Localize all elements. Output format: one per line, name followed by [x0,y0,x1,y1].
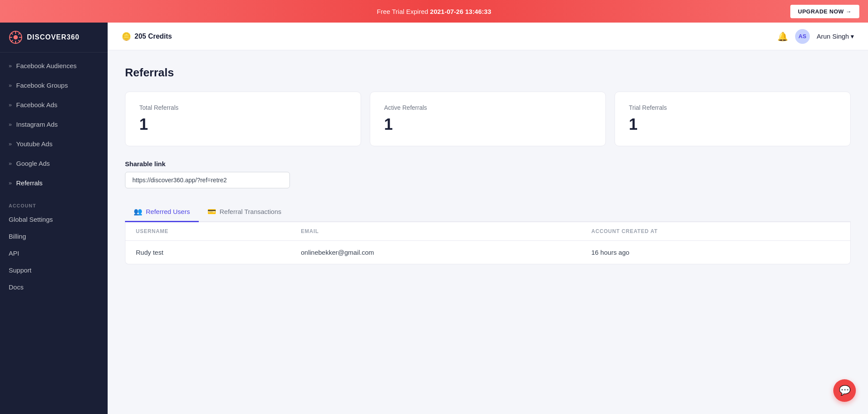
chevron-icon: » [9,82,12,89]
sidebar-item-label: Youtube Ads [16,140,53,148]
stat-card-trial: Trial Referrals 1 [615,92,851,146]
page-title: Referrals [125,66,851,79]
sidebar-item-api[interactable]: API [0,245,108,262]
sharable-label: Sharable link [125,160,851,168]
page-content: Referrals Total Referrals 1 Active Refer… [108,50,868,280]
stat-label-active: Active Referrals [384,104,592,111]
sub-header: 🪙 205 Credits 🔔 AS Arun Singh ▾ [108,23,868,50]
chevron-icon: » [9,62,12,69]
col-header-username: USERNAME [125,222,290,241]
sidebar-logo: DISCOVER360 [0,23,108,53]
bell-icon[interactable]: 🔔 [777,31,788,42]
sidebar-account-label: Support [9,266,32,274]
user-name-button[interactable]: Arun Singh ▾ [817,33,854,40]
sidebar-item-facebook-audiences[interactable]: » Facebook Audiences [0,56,108,76]
sidebar-item-label: Facebook Ads [16,101,57,108]
stat-value-total: 1 [139,115,347,134]
referrals-table: USERNAME EMAIL ACCOUNT CREATED AT Rudy t… [125,222,850,264]
sidebar-item-label: Google Ads [16,160,50,167]
stat-card-total: Total Referrals 1 [125,92,361,146]
header-right: 🔔 AS Arun Singh ▾ [777,29,854,44]
svg-point-1 [13,35,18,39]
table-row: Rudy test onlinebekker@gmail.com 16 hour… [125,241,850,264]
transactions-icon: 💳 [207,207,216,216]
sidebar-account-label: Global Settings [9,216,53,223]
sidebar-account-label: Docs [9,283,23,291]
chevron-icon: » [9,121,12,128]
col-header-created: ACCOUNT CREATED AT [581,222,850,241]
svg-line-9 [11,40,13,42]
sidebar-item-global-settings[interactable]: Global Settings [0,211,108,228]
chevron-icon: » [9,180,12,186]
tab-label: Referred Users [146,208,190,215]
sidebar-item-billing[interactable]: Billing [0,228,108,245]
sidebar: DISCOVER360 » Facebook Audiences » Faceb… [0,23,108,414]
tabs-row: 👥 Referred Users 💳 Referral Transactions [125,202,851,222]
banner-datetime: 2021-07-26 13:46:33 [430,8,491,15]
stats-row: Total Referrals 1 Active Referrals 1 Tri… [125,92,851,146]
sidebar-item-youtube-ads[interactable]: » Youtube Ads [0,134,108,154]
upgrade-button[interactable]: UPGRADE NOW → [790,5,860,18]
svg-line-8 [19,33,20,35]
main-content: 🪙 205 Credits 🔔 AS Arun Singh ▾ Referral… [108,23,868,414]
chat-button[interactable]: 💬 [833,379,856,402]
credits-label: 205 Credits [135,33,172,40]
stat-value-trial: 1 [629,115,836,134]
tab-referred-users[interactable]: 👥 Referred Users [125,202,199,222]
svg-line-7 [19,40,20,42]
chevron-down-icon: ▾ [851,33,854,40]
sidebar-item-label: Instagram Ads [16,121,58,128]
chat-icon: 💬 [839,385,851,396]
top-banner: Free Trial Expired 2021-07-26 13:46:33 U… [0,0,868,23]
sidebar-nav: » Facebook Audiences » Facebook Groups »… [0,53,108,196]
stat-value-active: 1 [384,115,592,134]
chevron-icon: » [9,160,12,167]
sidebar-account-label: Billing [9,233,26,240]
sidebar-item-label: Facebook Groups [16,82,68,89]
col-header-email: EMAIL [290,222,581,241]
sharable-section: Sharable link [125,160,851,188]
stat-card-active: Active Referrals 1 [370,92,606,146]
cell-created-at: 16 hours ago [581,241,850,264]
sidebar-item-google-ads[interactable]: » Google Ads [0,154,108,173]
chevron-icon: » [9,141,12,147]
tab-referral-transactions[interactable]: 💳 Referral Transactions [199,202,290,222]
stat-label-trial: Trial Referrals [629,104,836,111]
sidebar-item-instagram-ads[interactable]: » Instagram Ads [0,115,108,134]
sidebar-item-facebook-ads[interactable]: » Facebook Ads [0,95,108,115]
logo-text: DISCOVER360 [27,33,79,41]
app-body: DISCOVER360 » Facebook Audiences » Faceb… [0,23,868,414]
cell-username: Rudy test [125,241,290,264]
tab-label: Referral Transactions [220,208,282,215]
svg-line-6 [11,33,13,35]
users-icon: 👥 [134,207,142,216]
stat-label-total: Total Referrals [139,104,347,111]
credits-area: 🪙 205 Credits [122,32,172,41]
sidebar-item-label: Referrals [16,179,43,187]
table-container: USERNAME EMAIL ACCOUNT CREATED AT Rudy t… [125,222,851,264]
credits-icon: 🪙 [122,32,131,41]
logo-icon [9,30,23,44]
sidebar-item-label: Facebook Audiences [16,62,76,69]
sidebar-item-facebook-groups[interactable]: » Facebook Groups [0,76,108,95]
sidebar-item-docs[interactable]: Docs [0,279,108,296]
banner-text: Free Trial Expired 2021-07-26 13:46:33 [377,8,491,15]
sharable-link-input[interactable] [125,172,290,188]
account-section-label: ACCOUNT [0,196,108,211]
chevron-icon: » [9,102,12,108]
avatar: AS [795,29,810,44]
sidebar-item-referrals[interactable]: » Referrals [0,173,108,193]
sidebar-account-label: API [9,250,19,257]
cell-email: onlinebekker@gmail.com [290,241,581,264]
sidebar-item-support[interactable]: Support [0,262,108,279]
